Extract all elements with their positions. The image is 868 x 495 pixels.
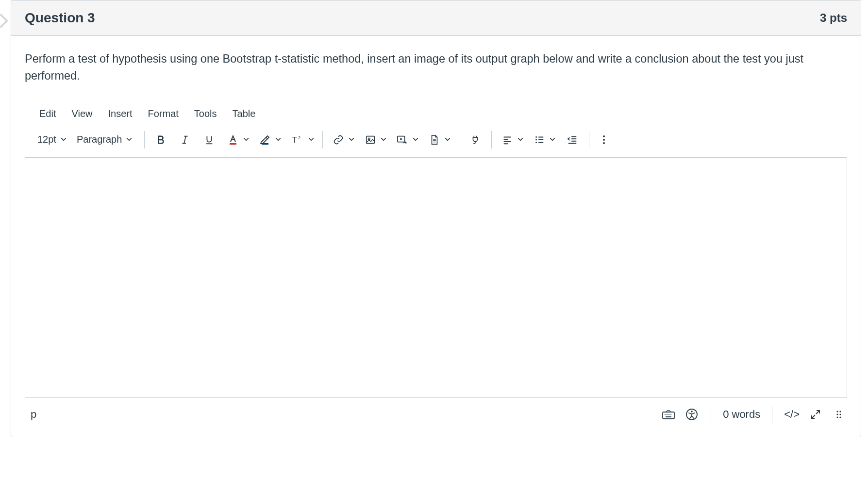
editor-statusbar: p 0 words </>: [25, 398, 847, 425]
link-icon: [331, 131, 346, 148]
outdent-icon: [567, 134, 578, 145]
question-text: Perform a test of hypothesis using one B…: [25, 50, 847, 85]
menu-view[interactable]: View: [66, 105, 98, 122]
svg-point-36: [670, 414, 671, 415]
media-icon: [395, 131, 410, 148]
block-format-select[interactable]: Paragraph: [72, 132, 137, 147]
svg-line-40: [816, 411, 819, 414]
plug-icon: [470, 134, 481, 145]
element-path[interactable]: p: [31, 408, 36, 421]
highlight-icon: [257, 131, 273, 148]
svg-point-39: [691, 411, 693, 412]
chevron-down-icon: [60, 134, 67, 145]
svg-point-35: [668, 414, 669, 415]
html-view-button[interactable]: </>: [784, 407, 800, 422]
document-button[interactable]: [426, 131, 452, 148]
font-size-select[interactable]: 12pt: [33, 132, 72, 147]
chevron-down-icon: [348, 134, 355, 145]
menu-format[interactable]: Format: [142, 105, 184, 122]
accessibility-checker-button[interactable]: [684, 407, 699, 422]
chevron-down-icon: [412, 134, 419, 145]
svg-point-42: [836, 411, 838, 412]
svg-rect-6: [262, 143, 268, 145]
accessibility-icon: [685, 408, 698, 421]
document-icon: [427, 131, 442, 148]
menu-insert[interactable]: Insert: [102, 105, 138, 122]
list-button[interactable]: [531, 131, 557, 148]
menu-edit[interactable]: Edit: [33, 105, 62, 122]
editor-menubar: Edit View Insert Format Tools Table: [25, 105, 847, 125]
chevron-down-icon: [126, 134, 133, 145]
align-button[interactable]: [499, 131, 525, 148]
chevron-down-icon: [517, 134, 524, 145]
apps-button[interactable]: [466, 131, 484, 148]
svg-rect-5: [230, 143, 236, 145]
superscript-icon: T2: [289, 131, 306, 148]
chevron-down-icon: [444, 134, 451, 145]
editor-textarea[interactable]: [25, 157, 847, 398]
question-header: Question 3 3 pts: [11, 0, 861, 36]
keyboard-shortcuts-button[interactable]: [661, 407, 676, 422]
svg-point-19: [535, 136, 537, 138]
align-left-icon: [500, 131, 515, 148]
svg-point-21: [535, 142, 537, 143]
chevron-down-icon: [275, 134, 282, 145]
svg-point-47: [839, 416, 841, 418]
underline-button[interactable]: [200, 131, 218, 148]
html-view-label: </>: [784, 408, 800, 421]
menu-table[interactable]: Table: [227, 105, 262, 122]
bullet-list-icon: [532, 131, 547, 148]
menu-tools[interactable]: Tools: [188, 105, 223, 122]
toolbar-divider: [322, 131, 323, 148]
toolbar-divider: [491, 131, 492, 148]
svg-rect-32: [663, 412, 674, 419]
word-count[interactable]: 0 words: [723, 408, 760, 421]
keyboard-icon: [662, 409, 675, 420]
svg-point-29: [603, 135, 605, 137]
toolbar-divider: [589, 131, 589, 148]
image-icon: [363, 131, 378, 148]
more-options-button[interactable]: [596, 131, 612, 148]
svg-rect-37: [666, 416, 671, 417]
svg-line-41: [812, 415, 815, 418]
statusbar-divider: [711, 406, 711, 423]
svg-point-33: [665, 414, 666, 415]
chevron-down-icon: [308, 134, 315, 145]
block-format-value: Paragraph: [77, 134, 122, 145]
svg-point-30: [603, 139, 605, 141]
drag-handle-icon: [836, 409, 842, 420]
question-points: 3 pts: [820, 11, 847, 25]
svg-point-31: [603, 142, 605, 144]
question-container: Question 3 3 pts Perform a test of hypot…: [11, 0, 861, 436]
font-size-value: 12pt: [37, 134, 56, 145]
kebab-icon: [602, 134, 606, 145]
svg-line-2: [184, 136, 186, 143]
editor-toolbar: 12pt Paragraph: [25, 125, 847, 154]
bold-button[interactable]: [151, 131, 170, 148]
svg-point-34: [667, 414, 668, 415]
link-button[interactable]: [330, 131, 356, 148]
text-color-icon: [225, 131, 241, 148]
svg-text:2: 2: [298, 135, 300, 140]
svg-text:T: T: [292, 135, 297, 145]
highlight-color-button[interactable]: [256, 131, 283, 148]
image-button[interactable]: [362, 131, 388, 148]
italic-button[interactable]: [176, 131, 194, 148]
svg-point-43: [839, 411, 841, 412]
media-button[interactable]: [394, 131, 420, 148]
chevron-down-icon: [549, 134, 556, 145]
fullscreen-button[interactable]: [808, 407, 823, 422]
toolbar-divider: [144, 131, 145, 148]
svg-point-10: [368, 138, 370, 140]
superscript-button[interactable]: T2: [288, 131, 316, 148]
text-color-button[interactable]: [224, 131, 250, 148]
chevron-down-icon: [380, 134, 387, 145]
rich-text-editor: Edit View Insert Format Tools Table 12pt…: [25, 105, 847, 425]
more-status-button[interactable]: [832, 407, 846, 422]
flag-toggle-icon[interactable]: [0, 14, 9, 28]
outdent-button[interactable]: [563, 131, 582, 148]
svg-point-46: [836, 416, 838, 418]
svg-point-45: [839, 413, 841, 415]
statusbar-divider: [772, 406, 772, 423]
resize-icon: [810, 409, 821, 420]
